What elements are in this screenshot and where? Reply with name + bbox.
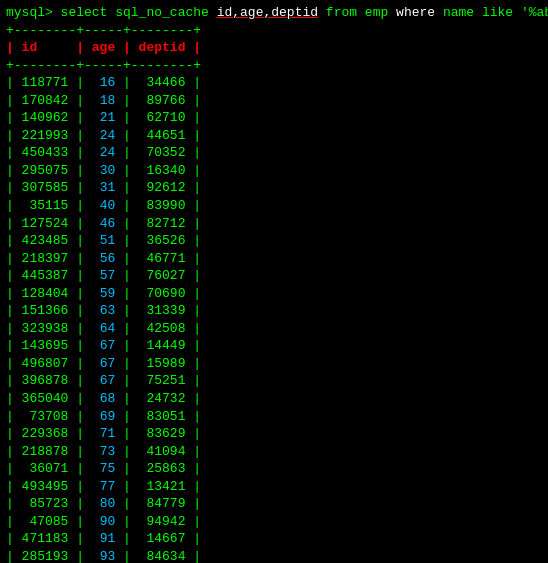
cell-age: 16 (92, 75, 115, 90)
table-row: | 450433 | 24 | 70352 | (6, 144, 542, 162)
table-row: | 221993 | 24 | 44651 | (6, 127, 542, 145)
table-row: | 307585 | 31 | 92612 | (6, 179, 542, 197)
columns-highlight: id,age,deptid (217, 5, 318, 20)
cell-age: 59 (92, 286, 115, 301)
cell-id: 140962 (22, 110, 69, 125)
cell-age: 71 (92, 426, 115, 441)
table-row: | 218878 | 73 | 41094 | (6, 443, 542, 461)
table-row: | 229368 | 71 | 83629 | (6, 425, 542, 443)
cell-deptid: 42508 (139, 321, 186, 336)
cell-id: 170842 (22, 93, 69, 108)
cell-age: 67 (92, 356, 115, 371)
table-row: | 118771 | 16 | 34466 | (6, 74, 542, 92)
cell-deptid: 16340 (139, 163, 186, 178)
cell-id: 128404 (22, 286, 69, 301)
cell-age: 68 (92, 391, 115, 406)
cell-deptid: 13421 (139, 479, 186, 494)
table-row: | 35115 | 40 | 83990 | (6, 197, 542, 215)
cell-age: 64 (92, 321, 115, 336)
cell-age: 77 (92, 479, 115, 494)
table-row: | 140962 | 21 | 62710 | (6, 109, 542, 127)
cell-id: 36071 (22, 461, 69, 476)
cell-deptid: 84779 (139, 496, 186, 511)
table-row: | 493495 | 77 | 13421 | (6, 478, 542, 496)
cell-deptid: 83051 (139, 409, 186, 424)
table-row: | 128404 | 59 | 70690 | (6, 285, 542, 303)
cell-age: 24 (92, 128, 115, 143)
cell-deptid: 75251 (139, 373, 186, 388)
table-row: | 47085 | 90 | 94942 | (6, 513, 542, 531)
table-row: | 285193 | 93 | 84634 | (6, 548, 542, 563)
cell-id: 496807 (22, 356, 69, 371)
cell-id: 323938 (22, 321, 69, 336)
cell-age: 91 (92, 531, 115, 546)
cell-age: 56 (92, 251, 115, 266)
cell-id: 151366 (22, 303, 69, 318)
cell-id: 365040 (22, 391, 69, 406)
cell-deptid: 82712 (139, 216, 186, 231)
cell-id: 471183 (22, 531, 69, 546)
cell-age: 51 (92, 233, 115, 248)
cell-deptid: 84634 (139, 549, 186, 563)
cell-age: 75 (92, 461, 115, 476)
cell-deptid: 94942 (139, 514, 186, 529)
cell-id: 143695 (22, 338, 69, 353)
cell-deptid: 46771 (139, 251, 186, 266)
cell-deptid: 62710 (139, 110, 186, 125)
table-row: | 143695 | 67 | 14449 | (6, 337, 542, 355)
cell-deptid: 15989 (139, 356, 186, 371)
terminal-window: mysql> select sql_no_cache id,age,deptid… (6, 4, 542, 563)
table-row: | 365040 | 68 | 24732 | (6, 390, 542, 408)
table-row: | 218397 | 56 | 46771 | (6, 250, 542, 268)
table-body: | 118771 | 16 | 34466 || 170842 | 18 | 8… (6, 74, 542, 563)
cell-age: 67 (92, 373, 115, 388)
cell-deptid: 92612 (139, 180, 186, 195)
cell-id: 218397 (22, 251, 69, 266)
cell-age: 21 (92, 110, 115, 125)
table-header: | id | age | deptid | (6, 39, 542, 57)
cell-age: 24 (92, 145, 115, 160)
cell-age: 93 (92, 549, 115, 563)
cell-id: 221993 (22, 128, 69, 143)
cell-age: 73 (92, 444, 115, 459)
cell-id: 450433 (22, 145, 69, 160)
table-row: | 471183 | 91 | 14667 | (6, 530, 542, 548)
cell-age: 31 (92, 180, 115, 195)
cell-deptid: 44651 (139, 128, 186, 143)
table-border-mid: +--------+-----+--------+ (6, 57, 542, 75)
cell-age: 30 (92, 163, 115, 178)
cell-age: 90 (92, 514, 115, 529)
cell-id: 85723 (22, 496, 69, 511)
table-row: | 36071 | 75 | 25863 | (6, 460, 542, 478)
cell-id: 218878 (22, 444, 69, 459)
from-clause: from emp (318, 5, 396, 20)
cell-id: 35115 (22, 198, 69, 213)
cell-age: 63 (92, 303, 115, 318)
cell-age: 40 (92, 198, 115, 213)
table-row: | 445387 | 57 | 76027 | (6, 267, 542, 285)
cell-id: 229368 (22, 426, 69, 441)
cell-deptid: 83990 (139, 198, 186, 213)
cell-deptid: 34466 (139, 75, 186, 90)
cell-deptid: 31339 (139, 303, 186, 318)
cell-deptid: 83629 (139, 426, 186, 441)
cell-id: 285193 (22, 549, 69, 563)
table-row: | 323938 | 64 | 42508 | (6, 320, 542, 338)
rest-clause: name like '%abc'; (435, 5, 548, 20)
cell-age: 46 (92, 216, 115, 231)
cell-age: 57 (92, 268, 115, 283)
cell-id: 445387 (22, 268, 69, 283)
select-keyword: select (61, 5, 116, 20)
cell-age: 80 (92, 496, 115, 511)
cell-id: 307585 (22, 180, 69, 195)
cell-deptid: 89766 (139, 93, 186, 108)
cell-deptid: 70352 (139, 145, 186, 160)
cell-age: 67 (92, 338, 115, 353)
table-row: | 396878 | 67 | 75251 | (6, 372, 542, 390)
cell-age: 18 (92, 93, 115, 108)
cell-deptid: 14449 (139, 338, 186, 353)
table-border-top: +--------+-----+--------+ (6, 22, 542, 40)
table-row: | 127524 | 46 | 82712 | (6, 215, 542, 233)
table-row: | 73708 | 69 | 83051 | (6, 408, 542, 426)
mysql-prompt: mysql> (6, 5, 61, 20)
